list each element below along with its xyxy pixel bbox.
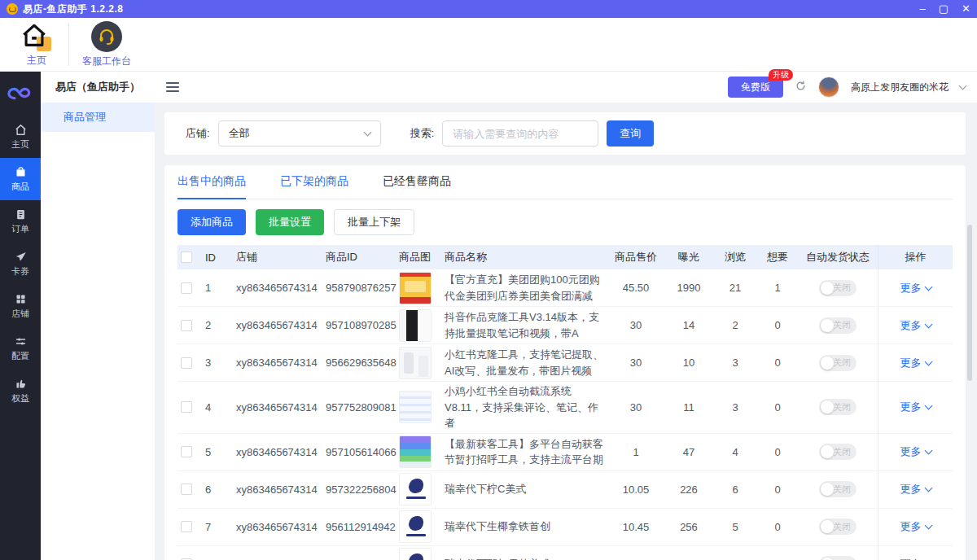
more-actions-link[interactable]: 更多 xyxy=(900,281,931,295)
auto-ship-toggle[interactable]: 关闭 xyxy=(819,317,857,334)
close-button[interactable]: ✕ xyxy=(962,0,970,18)
col-views: 浏览 xyxy=(713,248,757,266)
row-views: 21 xyxy=(713,280,757,295)
row-checkbox[interactable] xyxy=(181,521,192,532)
table-row: 5 xy863465674314 957105614066 【最新获客工具】多平… xyxy=(177,434,953,471)
more-actions-link[interactable]: 更多 xyxy=(900,356,931,370)
main-header: 免费版 升级 高原上发朋友圈的米花 xyxy=(155,72,977,103)
search-input[interactable] xyxy=(442,120,598,147)
tab-on-sale[interactable]: 出售中的商品 xyxy=(177,174,246,199)
product-thumbnail xyxy=(399,391,432,423)
row-shop: xy863465674314 xyxy=(233,444,322,460)
user-avatar[interactable] xyxy=(818,77,839,98)
rail-item-coupons[interactable]: 卡券 xyxy=(0,243,41,285)
more-actions-link[interactable]: 更多 xyxy=(900,519,931,534)
toolbar-home-button[interactable]: 主页 xyxy=(8,22,65,68)
tab-off-shelf[interactable]: 已下架的商品 xyxy=(280,174,348,199)
auto-ship-toggle[interactable]: 关闭 xyxy=(819,444,857,460)
batch-on-off-shelf-button[interactable]: 批量上下架 xyxy=(334,209,414,235)
primary-nav-rail: 主页 商品 订单 卡券 店铺 配置 xyxy=(0,72,41,560)
row-id: 3 xyxy=(202,355,233,370)
more-actions-link[interactable]: 更多 xyxy=(900,444,931,459)
batch-settings-button[interactable]: 批量设置 xyxy=(256,209,324,235)
auto-ship-toggle[interactable]: 关闭 xyxy=(819,556,857,560)
toggle-knob xyxy=(821,282,834,295)
toggle-knob xyxy=(821,319,834,332)
row-product-name: 小鸡小红书全自动截流系统V8.11，支持采集评论、笔记、作者 xyxy=(441,382,607,433)
select-all-checkbox[interactable] xyxy=(181,252,192,263)
filter-bar: 店铺: 全部 搜索: 查询 xyxy=(164,112,966,155)
add-product-button[interactable]: 添加商品 xyxy=(177,209,246,235)
row-wants: 0 xyxy=(757,355,798,370)
more-actions-link[interactable]: 更多 xyxy=(900,482,931,497)
row-views: 4 xyxy=(713,444,757,460)
product-thumbnail xyxy=(399,548,432,560)
row-checkbox[interactable] xyxy=(181,401,192,413)
col-product-id: 商品ID xyxy=(322,248,396,266)
shop-select[interactable]: 全部 xyxy=(218,120,381,147)
toggle-knob xyxy=(821,357,834,370)
more-actions-link[interactable]: 更多 xyxy=(900,318,931,333)
shop-filter-label: 店铺: xyxy=(186,126,210,141)
minimize-button[interactable]: – xyxy=(920,0,926,18)
auto-ship-toggle[interactable]: 关闭 xyxy=(819,481,857,497)
headset-icon xyxy=(91,21,122,52)
row-views: 2 xyxy=(713,317,757,333)
app-logo-icon xyxy=(7,3,18,15)
row-checkbox[interactable] xyxy=(181,357,192,369)
col-auto-ship: 自动发货状态 xyxy=(798,248,878,266)
row-views: 3 xyxy=(713,400,757,415)
row-shop: xy863465674314 xyxy=(233,355,322,370)
toolbar-workbench-button[interactable]: 客服工作台 xyxy=(72,21,141,68)
row-checkbox[interactable] xyxy=(181,446,192,457)
row-views: 6 xyxy=(713,482,757,497)
refresh-icon[interactable] xyxy=(795,80,807,95)
row-price: 45.50 xyxy=(607,280,664,295)
username: 高原上发朋友圈的米花 xyxy=(851,81,949,94)
tab-sold-out[interactable]: 已经售罄商品 xyxy=(383,174,451,199)
rail-item-settings[interactable]: 配置 xyxy=(0,327,41,370)
rail-item-orders[interactable]: 订单 xyxy=(0,200,41,243)
row-exposure: 226 xyxy=(664,482,713,497)
rail-item-shops[interactable]: 店铺 xyxy=(0,285,41,327)
window-titlebar: 易店-鱼店助手 1.2.2.8 – ▢ ✕ xyxy=(0,0,977,18)
scrollbar-thumb[interactable] xyxy=(967,225,972,381)
toggle-knob xyxy=(821,520,834,533)
auto-ship-toggle[interactable]: 关闭 xyxy=(819,355,857,371)
auto-ship-toggle[interactable]: 关闭 xyxy=(819,518,857,535)
row-exposure: 256 xyxy=(664,519,713,535)
row-price: 30 xyxy=(607,317,664,333)
row-checkbox[interactable] xyxy=(181,320,192,331)
free-plan-button[interactable]: 免费版 升级 xyxy=(728,77,783,98)
rail-item-benefits[interactable]: 权益 xyxy=(0,370,41,412)
row-views: 4 xyxy=(713,557,757,560)
table-body: 1 xy863465674314 958790876257 【官方直充】美团团购… xyxy=(177,269,953,560)
row-checkbox[interactable] xyxy=(181,282,192,294)
maximize-button[interactable]: ▢ xyxy=(939,0,949,18)
row-wants: 1 xyxy=(757,280,798,295)
auto-ship-toggle[interactable]: 关闭 xyxy=(819,399,857,415)
more-actions-link[interactable]: 更多 xyxy=(900,557,931,560)
auto-ship-toggle[interactable]: 关闭 xyxy=(819,280,857,296)
row-views: 3 xyxy=(713,355,757,370)
row-shop: xy863465674314 xyxy=(233,317,322,333)
query-button[interactable]: 查询 xyxy=(607,120,654,147)
row-product-name: 抖音作品克隆工具V3.14版本，支持批量提取笔记和视频，带A xyxy=(441,308,607,343)
col-name: 商品名称 xyxy=(441,247,607,267)
product-thumbnail xyxy=(399,510,432,543)
row-id: 5 xyxy=(202,444,233,460)
row-product-id: 958790876257 xyxy=(322,280,396,295)
row-checkbox[interactable] xyxy=(181,483,192,495)
sidebar-item-product-management[interactable]: 商品管理 xyxy=(41,103,155,132)
user-menu-chevron-icon[interactable] xyxy=(959,82,967,90)
row-exposure: 47 xyxy=(664,444,713,460)
row-shop: xy863465674314 xyxy=(233,557,322,560)
collapse-sidebar-icon[interactable] xyxy=(166,82,179,92)
row-product-id: 956629635648 xyxy=(322,355,396,370)
row-id: 8 xyxy=(202,557,233,560)
col-image: 商品图 xyxy=(396,248,441,266)
more-actions-link[interactable]: 更多 xyxy=(900,400,931,414)
bulk-actions: 添加商品 批量设置 批量上下架 xyxy=(177,199,953,245)
rail-item-products[interactable]: 商品 xyxy=(0,158,41,200)
rail-item-home[interactable]: 主页 xyxy=(0,116,41,158)
